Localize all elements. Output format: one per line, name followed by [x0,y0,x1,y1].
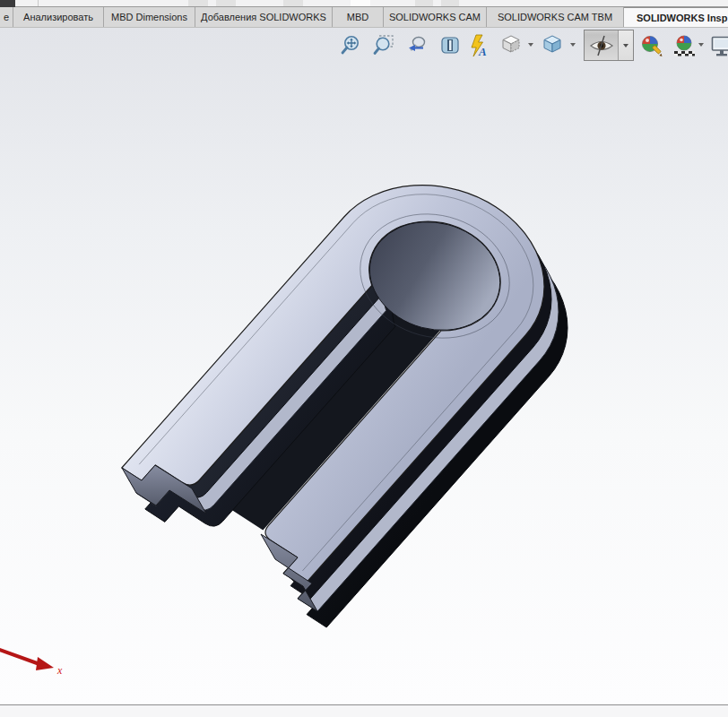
tab-solidworks-addins[interactable]: Добавления SOLIDWORKS [195,7,333,27]
solidworks-window: { "tab_bar": { "tabs": [ { "label": "е",… [0,0,728,717]
edit-appearance-ball-icon [640,34,663,57]
toolbar-remnant-dark-button[interactable] [0,0,15,7]
reference-triad: x [0,641,90,690]
toolbar-remnant-strip [0,0,728,7]
zoom-to-fit-icon [339,34,362,57]
tab-solidworks-cam[interactable]: SOLIDWORKS CAM [384,7,487,27]
tab-partial[interactable]: е [0,7,13,27]
previous-view-icon [405,34,429,57]
apply-scene-ball-icon [672,34,696,57]
apply-scene-button[interactable] [672,32,697,59]
heads-up-toolbar: A [0,28,728,64]
tab-mbd[interactable]: MBD [333,7,384,27]
display-style-cube-icon [541,34,564,57]
edit-appearance-button[interactable] [639,32,664,59]
toolbar-remnant-button[interactable] [283,0,303,6]
zoom-to-fit-button[interactable] [338,32,363,59]
display-style-dropdown-arrow[interactable] [570,43,576,47]
section-view-button[interactable] [438,32,463,59]
tab-solidworks-inspection[interactable]: SOLIDWORKS Insp [624,7,728,27]
toolbar-remnant-button[interactable] [415,0,433,6]
zoom-to-area-icon [372,34,395,57]
status-bar [0,704,728,717]
view-orientation-dropdown-arrow[interactable] [528,43,533,47]
hide-show-items-dropdown-arrow[interactable] [619,30,633,60]
hide-show-items-eye-icon [588,34,615,57]
tab-solidworks-cam-tbm[interactable]: SOLIDWORKS CAM TBM [487,7,624,27]
display-style-button[interactable] [540,32,565,59]
tab-analyze[interactable]: Анализировать [13,7,104,27]
svg-text:A: A [478,45,487,57]
dynamic-annotation-views-button[interactable]: A [466,32,491,59]
view-settings-monitor-icon [710,34,728,57]
view-orientation-button[interactable] [498,32,524,59]
previous-view-button[interactable] [404,32,429,59]
graphics-viewport[interactable]: A [0,28,728,704]
tab-mbd-dimensions[interactable]: MBD Dimensions [104,7,195,27]
model-3d-part[interactable] [0,28,728,704]
triad-x-label: x [56,664,63,677]
toolbar-remnant-button[interactable] [216,0,236,6]
section-view-icon [438,34,462,57]
zoom-to-area-button[interactable] [371,32,396,59]
hide-show-items-button[interactable] [584,30,634,61]
toolbar-remnant-button[interactable] [351,0,370,6]
toolbar-remnant-button[interactable] [441,0,459,6]
command-manager-tab-bar: е Анализировать MBD Dimensions Добавлени… [0,7,728,28]
view-settings-button[interactable] [709,32,728,59]
toolbar-remnant-button[interactable] [188,0,208,6]
view-orientation-cube-icon [499,34,523,57]
apply-scene-dropdown-arrow[interactable] [698,43,704,47]
dynamic-annotation-views-icon: A [467,34,490,57]
